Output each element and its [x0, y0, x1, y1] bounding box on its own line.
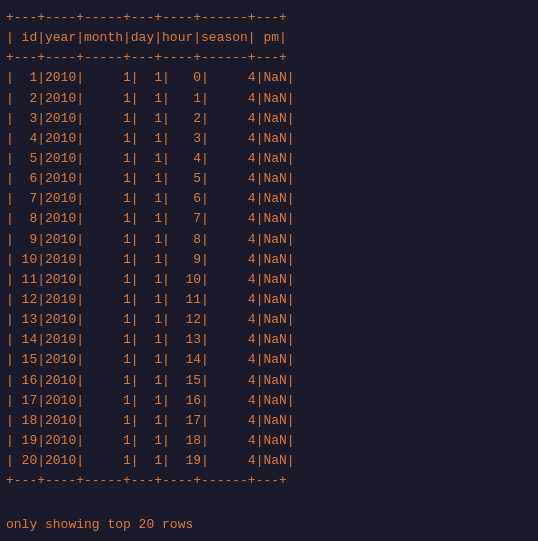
table-row: | 11|2010| 1| 1| 10| 4|NaN|	[6, 270, 532, 290]
status-text: only showing top 20 rows	[6, 515, 532, 535]
table-row: | 16|2010| 1| 1| 15| 4|NaN|	[6, 371, 532, 391]
table-row: | 18|2010| 1| 1| 17| 4|NaN|	[6, 411, 532, 431]
table-row: | 10|2010| 1| 1| 9| 4|NaN|	[6, 250, 532, 270]
table-row: | 17|2010| 1| 1| 16| 4|NaN|	[6, 391, 532, 411]
separator-header: +---+----+-----+---+----+------+---+	[6, 48, 532, 68]
table-row: | 9|2010| 1| 1| 8| 4|NaN|	[6, 230, 532, 250]
table-row: | 19|2010| 1| 1| 18| 4|NaN|	[6, 431, 532, 451]
table-row: | 4|2010| 1| 1| 3| 4|NaN|	[6, 129, 532, 149]
table-header: | id|year|month|day|hour|season| pm|	[6, 28, 532, 48]
table-row: | 6|2010| 1| 1| 5| 4|NaN|	[6, 169, 532, 189]
table-row: | 3|2010| 1| 1| 2| 4|NaN|	[6, 109, 532, 129]
table-row: | 13|2010| 1| 1| 12| 4|NaN|	[6, 310, 532, 330]
terminal-window: +---+----+-----+---+----+------+---+ | i…	[0, 0, 538, 541]
separator-bottom: +---+----+-----+---+----+------+---+	[6, 471, 532, 491]
table-row: | 1|2010| 1| 1| 0| 4|NaN|	[6, 68, 532, 88]
table-row: | 7|2010| 1| 1| 6| 4|NaN|	[6, 189, 532, 209]
table-row: | 2|2010| 1| 1| 1| 4|NaN|	[6, 89, 532, 109]
table-output: +---+----+-----+---+----+------+---+ | i…	[6, 8, 532, 511]
separator-top: +---+----+-----+---+----+------+---+	[6, 8, 532, 28]
table-row: | 14|2010| 1| 1| 13| 4|NaN|	[6, 330, 532, 350]
table-row: | 8|2010| 1| 1| 7| 4|NaN|	[6, 209, 532, 229]
table-row: | 12|2010| 1| 1| 11| 4|NaN|	[6, 290, 532, 310]
table-row: | 20|2010| 1| 1| 19| 4|NaN|	[6, 451, 532, 471]
table-row: | 15|2010| 1| 1| 14| 4|NaN|	[6, 350, 532, 370]
table-row: | 5|2010| 1| 1| 4| 4|NaN|	[6, 149, 532, 169]
